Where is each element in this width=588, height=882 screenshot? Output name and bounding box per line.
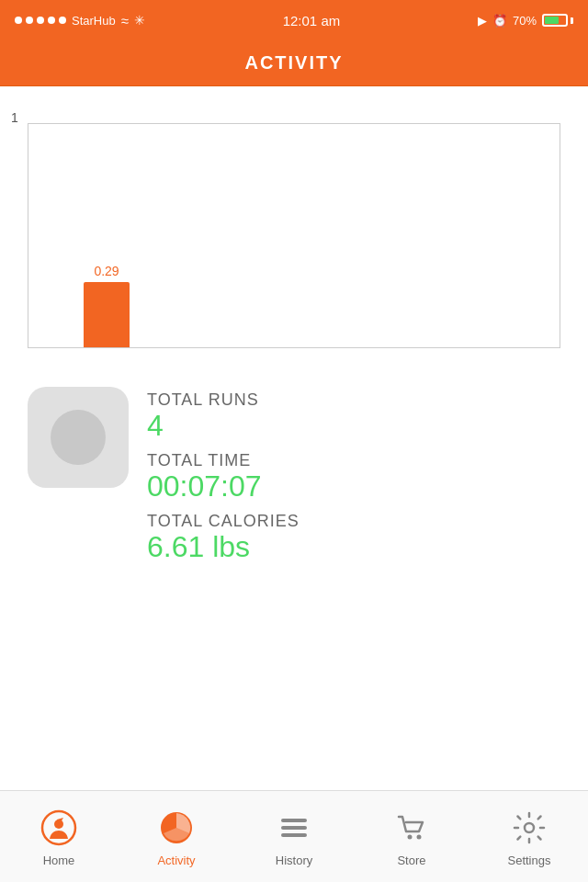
activity-tab-label: Activity [157, 854, 195, 867]
battery-indicator [542, 14, 573, 27]
stats-section: TOTAL RUNS 4 TOTAL TIME 00:07:07 TOTAL C… [0, 378, 588, 581]
total-calories-block: TOTAL CALORIES 6.61 lbs [147, 512, 300, 563]
clock: 12:01 am [283, 13, 341, 28]
location-icon: ▶ [478, 14, 487, 28]
total-calories-value: 6.61 lbs [147, 531, 300, 563]
total-calories-label: TOTAL CALORIES [147, 512, 300, 531]
settings-tab-icon [507, 806, 551, 850]
bar-group: 0.29 [84, 264, 130, 347]
activity-tab-icon [154, 806, 198, 850]
total-runs-value: 4 [147, 410, 259, 442]
wifi-icon: ≈ [121, 13, 129, 28]
total-time-value: 00:07:07 [147, 470, 262, 503]
total-runs-block: TOTAL RUNS 4 [147, 390, 259, 442]
app-header: ACTIVITY [0, 40, 588, 86]
carrier-label: StarHub [72, 14, 116, 28]
alarm-icon: ⏰ [492, 14, 507, 28]
total-runs-label: TOTAL RUNS [147, 390, 259, 410]
svg-point-6 [408, 835, 413, 840]
svg-rect-3 [281, 819, 307, 822]
signal-dots [15, 17, 66, 24]
store-tab-label: Store [397, 854, 425, 867]
tab-history[interactable]: History [235, 806, 353, 867]
total-time-label: TOTAL TIME [147, 451, 262, 470]
svg-rect-4 [281, 826, 307, 830]
bar-value-label: 0.29 [94, 264, 119, 278]
history-tab-icon [272, 806, 316, 850]
bar [84, 282, 130, 347]
status-bar: StarHub ≈ ✳ 12:01 am ▶ ⏰ 70% [0, 0, 588, 40]
svg-point-7 [417, 835, 422, 840]
chart-y-label: 1 [11, 110, 18, 125]
activity-icon: ✳ [134, 13, 145, 28]
tab-activity[interactable]: Activity [118, 806, 235, 867]
svg-point-8 [525, 823, 534, 832]
status-left: StarHub ≈ ✳ [15, 13, 145, 28]
avatar [28, 387, 129, 488]
history-tab-label: History [276, 854, 312, 867]
battery-percent: 70% [513, 14, 537, 28]
activity-chart: 0.29 [28, 123, 560, 348]
tab-bar: Home Activity History [0, 790, 588, 882]
page-title: ACTIVITY [244, 52, 343, 74]
home-icon [37, 806, 81, 850]
settings-tab-label: Settings [508, 854, 551, 867]
stats-text: TOTAL RUNS 4 TOTAL TIME 00:07:07 TOTAL C… [147, 387, 300, 571]
store-tab-icon [390, 806, 434, 850]
main-content: 1 0.29 TOTAL RUNS 4 TOTAL TIME 00:07:07 [0, 86, 588, 790]
tab-settings[interactable]: Settings [470, 806, 588, 867]
tab-home[interactable]: Home [0, 806, 118, 867]
avatar-circle [51, 410, 106, 465]
svg-rect-5 [281, 833, 307, 837]
total-time-block: TOTAL TIME 00:07:07 [147, 451, 262, 503]
home-tab-label: Home [43, 854, 75, 867]
status-right: ▶ ⏰ 70% [478, 14, 573, 28]
tab-store[interactable]: Store [353, 806, 470, 867]
